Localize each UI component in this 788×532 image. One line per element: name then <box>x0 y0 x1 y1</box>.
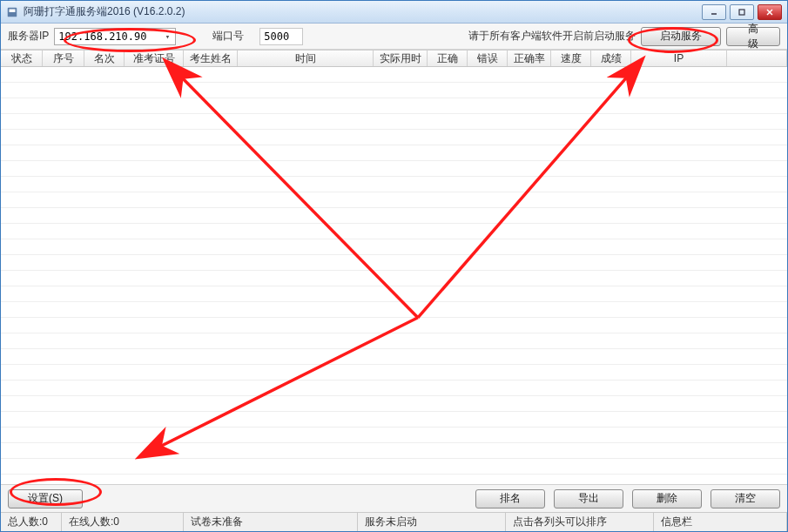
table-column-header[interactable]: 名次 <box>84 51 125 66</box>
dropdown-arrow-icon[interactable]: ▾ <box>161 30 173 43</box>
server-ip-label: 服务器IP <box>8 29 49 44</box>
status-info: 信息栏 <box>654 513 787 531</box>
table-column-header[interactable]: 准考证号 <box>125 51 184 66</box>
toolbar: 服务器IP 192.168.210.90 ▾ 端口号 请于所有客户端软件开启前启… <box>1 24 787 50</box>
table-column-header[interactable]: IP <box>631 51 727 66</box>
table-column-header-filler <box>727 51 787 66</box>
status-total: 总人数:0 <box>1 513 62 531</box>
table-column-header[interactable]: 考生姓名 <box>184 51 238 66</box>
clear-button[interactable]: 清空 <box>711 489 780 508</box>
port-input[interactable] <box>259 28 303 45</box>
svg-rect-1 <box>10 9 16 12</box>
server-ip-value: 192.168.210.90 <box>58 30 146 43</box>
table-body-empty[interactable] <box>1 67 787 484</box>
maximize-button[interactable] <box>730 4 754 20</box>
svg-rect-3 <box>739 10 744 15</box>
table-column-header[interactable]: 序号 <box>43 51 84 66</box>
minimize-button[interactable] <box>702 4 726 20</box>
status-bar: 总人数:0 在线人数:0 试卷未准备 服务未启动 点击各列头可以排序 信息栏 <box>1 512 787 531</box>
port-label: 端口号 <box>212 29 244 44</box>
table-column-header[interactable]: 速度 <box>551 51 591 66</box>
table-column-header[interactable]: 正确率 <box>508 51 551 66</box>
advanced-button[interactable]: 高级 <box>726 27 780 46</box>
titlebar: 阿珊打字通服务端2016 (V16.2.0.2) <box>1 1 787 24</box>
server-ip-combo[interactable]: 192.168.210.90 ▾ <box>54 28 176 45</box>
start-hint: 请于所有客户端软件开启前启动服务 <box>468 29 636 44</box>
window-title: 阿珊打字通服务端2016 (V16.2.0.2) <box>24 4 702 19</box>
export-button[interactable]: 导出 <box>554 489 623 508</box>
status-online: 在线人数:0 <box>62 513 184 531</box>
table-column-header[interactable]: 正确 <box>428 51 468 66</box>
delete-button[interactable]: 删除 <box>632 489 702 508</box>
settings-button[interactable]: 设置(S) <box>8 489 83 508</box>
table-column-header[interactable]: 时间 <box>238 51 374 66</box>
close-button[interactable] <box>758 4 782 20</box>
status-paper: 试卷未准备 <box>184 513 358 531</box>
data-table: 状态序号名次准考证号考生姓名时间实际用时正确错误正确率速度成绩IP <box>1 50 787 484</box>
table-column-header[interactable]: 状态 <box>1 51 43 66</box>
rank-button[interactable]: 排名 <box>475 489 545 508</box>
table-column-header[interactable]: 实际用时 <box>374 51 428 66</box>
table-column-header[interactable]: 错误 <box>468 51 508 66</box>
status-sort: 点击各列头可以排序 <box>506 513 654 531</box>
status-service: 服务未启动 <box>358 513 506 531</box>
app-icon <box>6 6 18 18</box>
start-service-button[interactable]: 启动服务 <box>641 27 721 46</box>
table-column-header[interactable]: 成绩 <box>591 51 631 66</box>
window-buttons <box>702 4 782 20</box>
app-window: 阿珊打字通服务端2016 (V16.2.0.2) 服务器IP 192.168.2… <box>0 0 788 532</box>
table-header-row: 状态序号名次准考证号考生姓名时间实际用时正确错误正确率速度成绩IP <box>1 50 787 67</box>
bottom-button-bar: 设置(S) 排名 导出 删除 清空 <box>1 484 787 512</box>
